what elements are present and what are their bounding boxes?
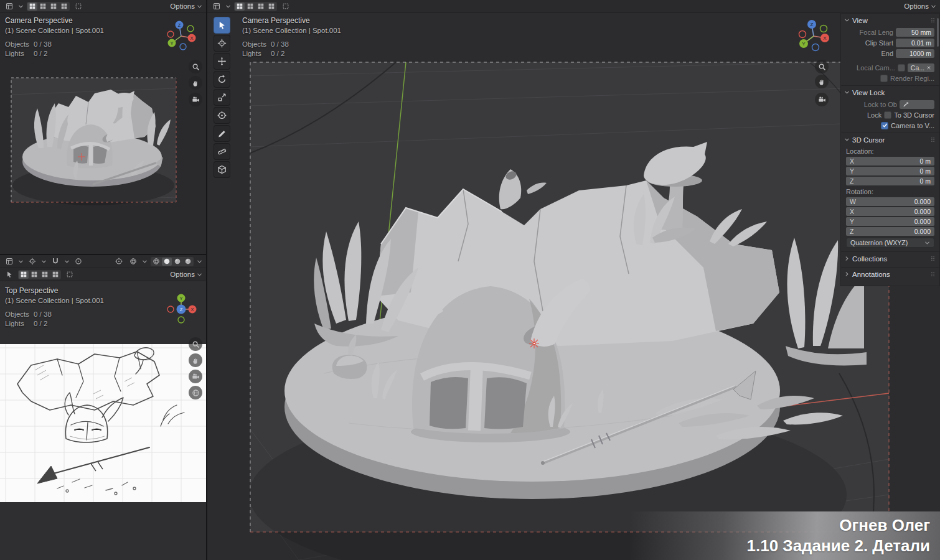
options-label: Options: [904, 2, 929, 10]
toggle-button-3[interactable]: [40, 271, 50, 279]
editor-border-horizontal[interactable]: [0, 254, 206, 255]
chevron-down-icon[interactable]: [18, 259, 24, 264]
section-header-annotations[interactable]: Annotations: [841, 268, 939, 281]
tool-rotate[interactable]: [214, 71, 230, 88]
viewport-canvas-3d[interactable]: [207, 0, 940, 560]
zoom-button[interactable]: [189, 337, 202, 351]
toggle-button-2[interactable]: [29, 271, 39, 279]
cursor-location-x[interactable]: X 0 m: [846, 157, 934, 166]
editor-border-vertical[interactable]: [206, 0, 207, 560]
perspective-toggle-button[interactable]: [189, 386, 202, 399]
gizmo-toggle-button[interactable]: [113, 257, 125, 266]
axis-value: 0.000: [914, 228, 931, 235]
toggle-button-1[interactable]: [235, 2, 245, 11]
shading-material-button[interactable]: [172, 258, 182, 266]
toggle-button-2[interactable]: [38, 2, 48, 11]
hand-icon: [192, 79, 200, 87]
shading-solid-button[interactable]: [162, 258, 172, 266]
toggle-button-1[interactable]: [19, 271, 29, 279]
tool-scale[interactable]: [214, 89, 230, 106]
shading-wireframe-button[interactable]: [151, 258, 161, 266]
dotted-select-button[interactable]: [280, 2, 291, 11]
lock-to-object-field[interactable]: [900, 100, 934, 109]
axis-navigation-gizmo[interactable]: Z X Y: [163, 17, 199, 54]
toggle-button-3[interactable]: [256, 2, 266, 11]
grip-dots-icon[interactable]: [929, 271, 936, 278]
toggle-button-4[interactable]: [266, 2, 276, 11]
to-3d-cursor-checkbox[interactable]: [884, 111, 891, 119]
chevron-down-icon[interactable]: [18, 4, 24, 9]
camera-view-button[interactable]: [815, 93, 829, 106]
tool-add-cube[interactable]: [214, 161, 230, 178]
zoom-button[interactable]: [189, 60, 202, 73]
toggle-button-3[interactable]: [49, 2, 59, 11]
grip-dots-icon[interactable]: [929, 17, 936, 24]
cursor-rotation-y[interactable]: Y 0.000: [846, 217, 934, 226]
render-region-checkbox[interactable]: [880, 75, 888, 82]
editor-type-button[interactable]: [211, 2, 222, 11]
zoom-button[interactable]: [815, 60, 829, 73]
editor-type-button[interactable]: [4, 2, 15, 11]
camera-view-button[interactable]: [189, 93, 202, 106]
pan-button[interactable]: [189, 76, 202, 90]
cursor-location-y[interactable]: Y 0 m: [846, 167, 934, 175]
cursor-rotation-x[interactable]: X 0.000: [846, 207, 934, 216]
clip-start-field[interactable]: 0.01 m: [896, 39, 934, 47]
dotted-select-button[interactable]: [73, 2, 84, 11]
chevron-down-icon[interactable]: [142, 259, 148, 264]
toggle-button-4[interactable]: [50, 271, 60, 279]
clear-x-icon[interactable]: [926, 65, 931, 70]
axis-navigation-gizmo[interactable]: Z X Y: [796, 17, 832, 54]
shading-rendered-button[interactable]: [183, 258, 193, 266]
eyedropper-icon[interactable]: [903, 101, 909, 108]
pan-button[interactable]: [815, 75, 829, 88]
tool-transform[interactable]: [214, 107, 230, 124]
snap-toggle-button[interactable]: [50, 257, 61, 266]
chevron-down-icon[interactable]: [197, 259, 202, 264]
rotation-mode-dropdown[interactable]: Quaternion (WXYZ): [846, 238, 934, 248]
panel-scrollbar[interactable]: [937, 18, 939, 47]
rotation-label: Rotation:: [841, 187, 939, 196]
focal-length-field[interactable]: 50 mm: [896, 28, 934, 37]
overlays-button[interactable]: [128, 257, 139, 266]
local-camera-checkbox[interactable]: [898, 64, 905, 72]
camera-view-button[interactable]: [189, 370, 202, 383]
chevron-down-icon: [844, 90, 850, 95]
clip-end-field[interactable]: 1000 m: [896, 49, 934, 58]
chevron-down-icon[interactable]: [41, 259, 47, 264]
options-dropdown[interactable]: Options: [904, 2, 936, 10]
options-dropdown[interactable]: Options: [170, 2, 202, 10]
local-camera-object-field[interactable]: Ca...: [908, 63, 934, 72]
cursor-rotation-w[interactable]: W 0.000: [846, 197, 934, 206]
grip-dots-icon[interactable]: [929, 136, 936, 143]
sketch-canvas[interactable]: [0, 344, 206, 502]
axis-navigation-gizmo[interactable]: Y X Z: [163, 291, 199, 327]
editor-type-button[interactable]: [4, 257, 15, 266]
tool-annotate[interactable]: [214, 125, 230, 142]
tool-select-box[interactable]: [214, 17, 230, 34]
chevron-down-icon: [844, 17, 850, 23]
chevron-down-icon[interactable]: [225, 4, 231, 9]
section-header-view[interactable]: View: [841, 14, 939, 27]
options-label: Options: [170, 271, 195, 278]
options-dropdown[interactable]: Options: [170, 271, 202, 278]
tool-cursor[interactable]: [214, 35, 230, 52]
tool-move[interactable]: [214, 53, 230, 70]
grip-dots-icon[interactable]: [929, 255, 936, 262]
section-header-3d-cursor[interactable]: 3D Cursor: [841, 133, 939, 146]
toggle-button-1[interactable]: [27, 2, 37, 11]
pan-button[interactable]: [189, 353, 202, 367]
cursor-location-z[interactable]: Z 0 m: [846, 177, 934, 185]
section-header-view-lock[interactable]: View Lock: [841, 86, 939, 99]
cursor-rotation-z[interactable]: Z 0.000: [846, 227, 934, 236]
section-header-collections[interactable]: Collections: [841, 252, 939, 265]
toggle-button-2[interactable]: [245, 2, 255, 11]
camera-to-view-checkbox[interactable]: [881, 122, 888, 129]
proportional-edit-button[interactable]: [73, 257, 84, 266]
tool-measure[interactable]: [214, 143, 230, 160]
dotted-select-button[interactable]: [64, 270, 75, 279]
active-tool-button[interactable]: [4, 270, 15, 279]
chevron-down-icon[interactable]: [64, 259, 70, 264]
pivot-point-button[interactable]: [27, 257, 38, 266]
toggle-button-4[interactable]: [59, 2, 69, 11]
